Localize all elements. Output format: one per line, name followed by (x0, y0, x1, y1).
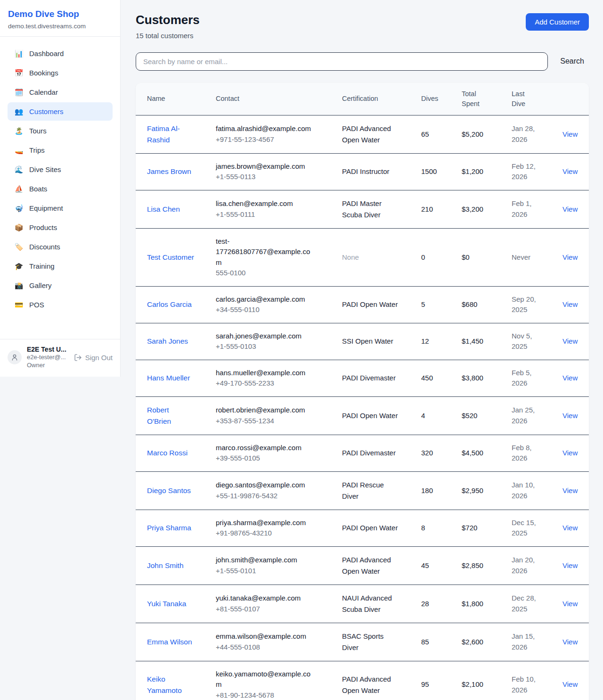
customers-table: Name Contact Certification Dives Total S… (136, 83, 589, 700)
customer-email: hans.mueller@example.com (216, 368, 314, 379)
customer-certification: PADI Divemaster (342, 372, 396, 384)
sidebar-item-customers[interactable]: 👥 Customers (8, 102, 113, 121)
sailboat-icon: ⛵ (14, 184, 24, 194)
customer-total-spent: $2,100 (462, 661, 512, 700)
customer-dives: 180 (421, 471, 462, 510)
customer-dives: 4 (421, 396, 462, 435)
sidebar-item-equipment[interactable]: 🤿 Equipment (8, 199, 113, 217)
search-button[interactable]: Search (560, 57, 589, 66)
sidebar-item-calendar[interactable]: 🗓️ Calendar (8, 83, 113, 101)
island-icon: 🏝️ (14, 126, 24, 136)
view-link[interactable]: View (562, 600, 578, 608)
col-header-total-spent: Total Spent (462, 83, 512, 115)
view-link[interactable]: View (562, 412, 578, 420)
customer-name-link[interactable]: Robert O'Brien (147, 404, 194, 427)
customer-last-dive: Nov 5, 2025 (512, 331, 540, 352)
sidebar-item-trips[interactable]: 🚤 Trips (8, 141, 113, 159)
customer-last-dive: Feb 1, 2026 (512, 198, 540, 220)
customer-email: james.brown@example.com (216, 161, 314, 172)
calendar-icon: 📅 (14, 68, 24, 78)
customer-dives: 320 (421, 435, 462, 471)
customer-last-dive: Jan 25, 2026 (512, 405, 540, 426)
customers-table-card: Name Contact Certification Dives Total S… (136, 83, 589, 700)
table-header-row: Name Contact Certification Dives Total S… (136, 83, 589, 115)
person-icon (11, 354, 18, 361)
customer-total-spent: $3,800 (462, 360, 512, 396)
view-link[interactable]: View (562, 486, 578, 494)
customer-name-link[interactable]: Hans Mueller (147, 372, 190, 384)
table-row: Yuki Tanaka yuki.tanaka@example.com +81-… (136, 585, 589, 623)
sidebar-item-tours[interactable]: 🏝️ Tours (8, 122, 113, 140)
view-link[interactable]: View (562, 561, 578, 569)
customer-name-link[interactable]: Test Customer (147, 252, 194, 263)
customer-phone: +1-555-0111 (216, 209, 338, 220)
customer-name-link[interactable]: Priya Sharma (147, 522, 191, 534)
sidebar-item-gallery[interactable]: 📸 Gallery (8, 276, 113, 295)
shop-subdomain: demo.test.divestreams.com (8, 23, 112, 30)
sign-out-button[interactable]: Sign Out (74, 354, 113, 362)
customer-dives: 65 (421, 115, 462, 153)
customer-name-link[interactable]: Lisa Chen (147, 204, 180, 215)
customer-name-link[interactable]: Diego Santos (147, 485, 191, 496)
view-link[interactable]: View (562, 205, 578, 213)
customer-certification: PADI Rescue Diver (342, 479, 399, 502)
customer-last-dive: Feb 10, 2026 (512, 674, 540, 695)
customer-name-link[interactable]: James Brown (147, 166, 191, 177)
view-link[interactable]: View (562, 374, 578, 382)
view-link[interactable]: View (562, 638, 578, 646)
view-link[interactable]: View (562, 524, 578, 532)
customer-name-link[interactable]: Keiko Yamamoto (147, 674, 194, 696)
view-link[interactable]: View (562, 680, 578, 688)
view-link[interactable]: View (562, 300, 578, 308)
customer-phone: +353-87-555-1234 (216, 416, 338, 427)
customer-email: sarah.jones@example.com (216, 331, 314, 342)
sidebar-item-dashboard[interactable]: 📊 Dashboard (8, 44, 113, 63)
table-row: John Smith john.smith@example.com +1-555… (136, 546, 589, 585)
customer-last-dive: Feb 8, 2026 (512, 443, 540, 464)
customer-name-link[interactable]: Sarah Jones (147, 336, 188, 347)
view-link[interactable]: View (562, 337, 578, 345)
customer-last-dive: Jan 10, 2026 (512, 480, 540, 501)
view-link[interactable]: View (562, 130, 578, 138)
sidebar-item-boats[interactable]: ⛵ Boats (8, 180, 113, 198)
add-customer-button[interactable]: Add Customer (526, 13, 589, 31)
customer-name-link[interactable]: Yuki Tanaka (147, 598, 186, 609)
customer-phone: +55-11-99876-5432 (216, 491, 338, 502)
shop-title: Demo Dive Shop (8, 8, 112, 20)
search-input[interactable] (136, 52, 548, 71)
customer-name-link[interactable]: Marco Rossi (147, 447, 187, 459)
customer-last-dive: Never (512, 252, 530, 263)
customer-phone: +971-55-123-4567 (216, 134, 338, 145)
customer-last-dive: Jan 15, 2026 (512, 631, 540, 652)
customer-last-dive: Feb 12, 2026 (512, 161, 540, 182)
customer-certification: SSI Open Water (342, 336, 393, 347)
sidebar-item-bookings[interactable]: 📅 Bookings (8, 64, 113, 82)
customer-certification: PADI Open Water (342, 410, 398, 421)
page-title: Customers (136, 13, 200, 27)
customer-name-link[interactable]: John Smith (147, 560, 184, 571)
customer-name-link[interactable]: Carlos Garcia (147, 299, 192, 310)
customer-phone: +91-98765-43210 (216, 528, 338, 539)
customer-email: marco.rossi@example.com (216, 443, 314, 453)
customer-total-spent: $3,200 (462, 190, 512, 228)
customer-total-spent: $1,450 (462, 323, 512, 360)
customer-email: yuki.tanaka@example.com (216, 593, 314, 604)
sidebar-item-products[interactable]: 📦 Products (8, 218, 113, 237)
view-link[interactable]: View (562, 449, 578, 457)
view-link[interactable]: View (562, 253, 578, 261)
tag-icon: 🏷️ (14, 242, 24, 252)
customer-name-link[interactable]: Fatima Al-Rashid (147, 123, 194, 146)
customer-certification: PADI Advanced Open Water (342, 554, 399, 577)
sidebar-item-pos[interactable]: 💳 POS (8, 296, 113, 314)
user-role: Owner (27, 361, 66, 370)
table-row: Emma Wilson emma.wilson@example.com +44-… (136, 623, 589, 661)
col-header-certification: Certification (342, 83, 421, 115)
sidebar-item-discounts[interactable]: 🏷️ Discounts (8, 238, 113, 256)
customer-name-link[interactable]: Emma Wilson (147, 636, 192, 648)
customer-last-dive: Jan 28, 2026 (512, 124, 540, 145)
sidebar-item-training[interactable]: 🎓 Training (8, 257, 113, 275)
customer-total-spent: $1,200 (462, 153, 512, 190)
view-link[interactable]: View (562, 167, 578, 175)
sidebar-item-dive-sites[interactable]: 🌊 Dive Sites (8, 160, 113, 179)
customer-certification: None (342, 252, 359, 263)
